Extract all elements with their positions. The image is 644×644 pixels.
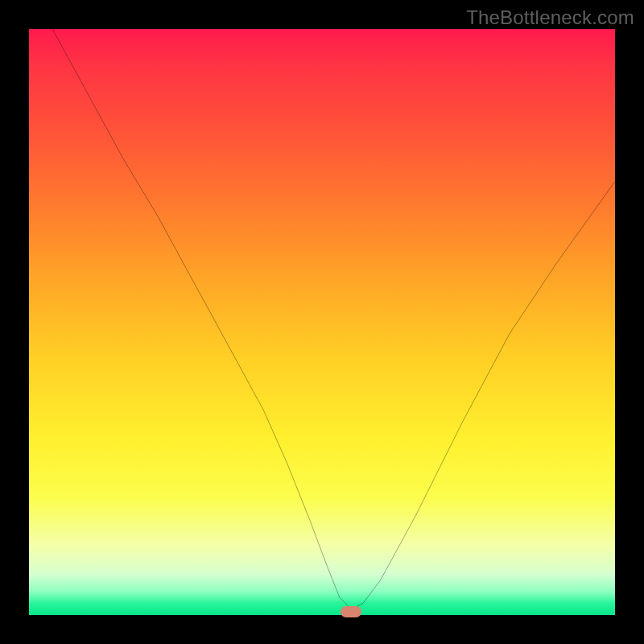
optimum-marker xyxy=(341,606,361,617)
plot-area xyxy=(29,29,615,615)
bottleneck-curve xyxy=(29,29,615,615)
chart-frame: TheBottleneck.com xyxy=(0,0,644,644)
watermark-text: TheBottleneck.com xyxy=(466,6,634,29)
